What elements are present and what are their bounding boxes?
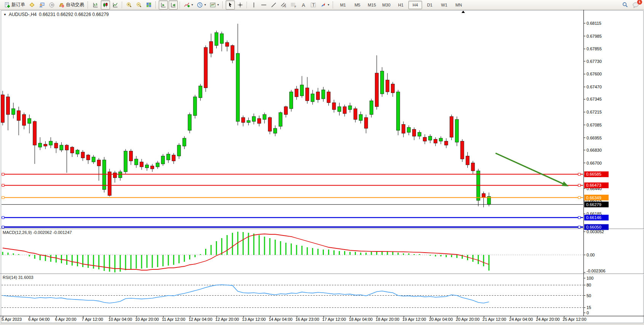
zoom-in-button[interactable] xyxy=(124,0,134,10)
line-chart-button[interactable] xyxy=(111,0,120,10)
auto-scroll-button[interactable] xyxy=(159,0,168,10)
candle-body xyxy=(359,115,362,121)
new-order-button[interactable]: 新订单 xyxy=(3,0,27,10)
candle-body xyxy=(231,45,234,60)
candle-body xyxy=(418,132,421,136)
signal-circle-icon xyxy=(49,2,55,8)
chart-background[interactable] xyxy=(0,10,644,323)
templates-button[interactable]: ▾ xyxy=(208,0,220,10)
fibonacci-icon: F xyxy=(290,2,296,8)
vertical-line-button[interactable] xyxy=(249,0,258,10)
line-anchor-marker[interactable] xyxy=(578,197,580,199)
chevron-down-icon: ▾ xyxy=(191,3,193,6)
candle-body xyxy=(183,138,186,146)
equidistant-channel-icon: E xyxy=(281,2,287,8)
candle-body xyxy=(220,34,223,43)
rsi-indicator-label: RSI(14) 31.6003 xyxy=(3,275,33,280)
line-anchor-marker[interactable] xyxy=(2,173,4,175)
rsi-tick-label: 15 xyxy=(587,305,591,310)
tile-windows-icon xyxy=(146,2,152,8)
candle-body xyxy=(445,141,448,145)
community-button[interactable] xyxy=(47,0,56,10)
text-button[interactable]: A xyxy=(299,0,308,10)
periods-button[interactable]: ▾ xyxy=(195,0,207,10)
line-anchor-marker[interactable] xyxy=(2,197,4,199)
arrow-objects-icon xyxy=(320,2,326,8)
price-line-label: 0.66585 xyxy=(586,172,601,176)
market-watch-button[interactable] xyxy=(27,0,37,10)
notification-badge: 1 xyxy=(637,0,642,5)
trendline-button[interactable] xyxy=(269,0,278,10)
candle-body xyxy=(81,152,84,158)
price-line-label: 0.66146 xyxy=(586,215,601,220)
price-line-label: 0.66279 xyxy=(586,202,601,207)
strategy-tester-button[interactable] xyxy=(37,0,46,10)
timeframe-button-m15[interactable]: M15 xyxy=(365,1,379,9)
crosshair-button[interactable] xyxy=(236,0,245,10)
chart-shift-button[interactable] xyxy=(169,0,178,10)
line-anchor-marker[interactable] xyxy=(578,173,580,175)
timeframe-button-w1[interactable]: W1 xyxy=(437,1,451,9)
timeframe-button-m5[interactable]: M5 xyxy=(351,1,364,9)
indicators-icon xyxy=(184,2,190,8)
price-tick-label: 0.67985 xyxy=(587,34,602,38)
line-anchor-marker[interactable] xyxy=(578,216,580,219)
timeframe-button-mn[interactable]: MN xyxy=(452,1,465,9)
ohlc-bars-icon xyxy=(92,2,99,8)
candle-body xyxy=(471,163,475,171)
line-anchor-marker[interactable] xyxy=(578,184,580,186)
horizontal-line-button[interactable] xyxy=(259,0,268,10)
candlestick-chart-button[interactable] xyxy=(101,0,110,10)
price-line-label: 0.66050 xyxy=(586,225,601,229)
chart-shift-icon xyxy=(170,2,176,8)
candle-body xyxy=(407,127,411,132)
mt4-window: 新订单 xyxy=(0,0,644,325)
candle-body xyxy=(295,89,298,97)
timeframe-button-m30[interactable]: M30 xyxy=(379,1,393,9)
time-tick-label: 18 Apr 20:00 xyxy=(376,317,399,322)
indicators-button[interactable]: ▾ xyxy=(182,0,194,10)
candle-body xyxy=(284,107,288,115)
price-tick-label: 0.67730 xyxy=(587,59,602,64)
crosshair-icon xyxy=(237,2,243,8)
chart-symbol-period: AUDUSD-,H4 xyxy=(9,12,37,17)
candle-body xyxy=(172,155,175,161)
timeframe-button-d1[interactable]: D1 xyxy=(423,1,437,9)
time-tick-label: 12 Apr 20:00 xyxy=(215,317,239,322)
price-tick-label: 0.66955 xyxy=(587,136,602,140)
candle-body xyxy=(33,122,37,145)
shapes-button[interactable]: ▾ xyxy=(319,0,331,10)
search-button[interactable] xyxy=(620,0,630,10)
channel-button[interactable]: E xyxy=(279,0,288,10)
timeframe-button-h1[interactable]: H1 xyxy=(394,1,408,9)
svg-text:E: E xyxy=(285,5,287,8)
bar-chart-button[interactable] xyxy=(91,0,100,10)
candle-body xyxy=(22,115,26,125)
candle-body xyxy=(290,92,293,109)
notifications-button[interactable]: 1 xyxy=(631,0,641,10)
fibonacci-button[interactable]: F xyxy=(289,0,298,10)
price-tick-label: 0.66700 xyxy=(587,161,602,165)
timeframe-button-h4[interactable]: H4 xyxy=(408,1,422,9)
candle-body xyxy=(439,138,443,141)
candle-body xyxy=(306,88,309,101)
text-label-button[interactable]: T xyxy=(309,0,318,10)
candle-body xyxy=(118,172,122,178)
chart-canvas[interactable]: 0.681150.679850.678550.677300.676000.674… xyxy=(0,10,644,325)
tile-windows-button[interactable] xyxy=(144,0,153,10)
line-anchor-marker[interactable] xyxy=(2,216,4,219)
candle-body xyxy=(322,90,325,99)
candle-body xyxy=(60,145,63,150)
chart-dropdown-icon[interactable]: ▼ xyxy=(3,13,6,16)
candle-body xyxy=(54,143,58,148)
line-anchor-marker[interactable] xyxy=(2,184,4,186)
autotrading-button[interactable]: 自动交易 xyxy=(57,0,86,10)
timeframe-button-m1[interactable]: M1 xyxy=(336,1,350,9)
line-anchor-marker[interactable] xyxy=(578,226,580,228)
time-tick-label: 25 Apr 12:00 xyxy=(563,317,586,322)
zoom-out-button[interactable] xyxy=(134,0,143,10)
gold-chip-icon xyxy=(29,2,35,8)
candle-body xyxy=(461,141,464,159)
line-anchor-marker[interactable] xyxy=(2,226,4,228)
cursor-button[interactable] xyxy=(226,0,235,10)
